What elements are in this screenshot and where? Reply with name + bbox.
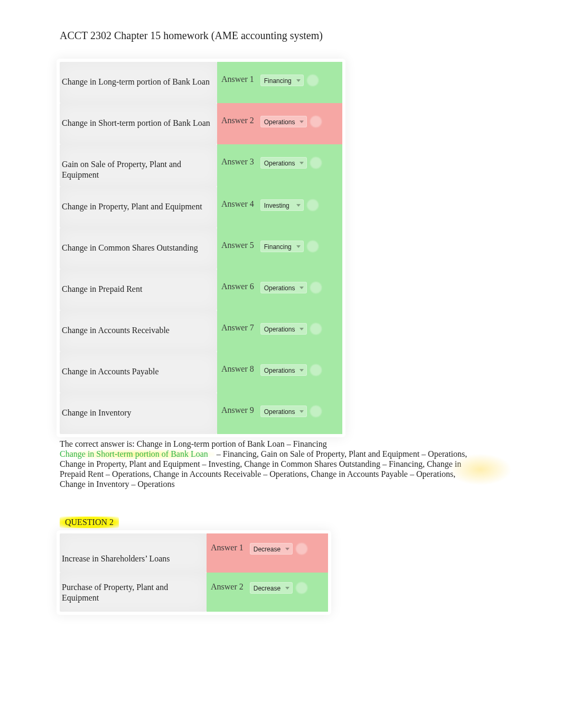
page-title: ACCT 2302 Chapter 15 homework (AME accou… — [60, 30, 501, 42]
question-2-table: Increase in Shareholders’ LoansAnswer 1D… — [60, 533, 328, 612]
answer-label: Answer 7 — [221, 323, 254, 333]
chevron-down-icon — [298, 284, 305, 291]
cross-icon — [296, 543, 307, 555]
answer-cell: Answer 2Decrease — [207, 573, 328, 612]
question-text: Change in Short-term portion of Bank Loa… — [60, 103, 217, 144]
answer-key-highlight: Change in Short-term portion of Bank Loa… — [60, 449, 214, 459]
chevron-down-icon — [298, 408, 305, 414]
answer-cell: Answer 9Operations — [217, 393, 342, 434]
answer-label: Answer 1 — [221, 75, 254, 84]
answer-key: The correct answer is: Change in Long-te… — [60, 439, 501, 489]
chevron-down-icon — [284, 585, 291, 591]
question-text: Change in Inventory — [60, 393, 217, 434]
table-row: Increase in Shareholders’ LoansAnswer 1D… — [60, 533, 328, 573]
check-icon — [310, 282, 322, 293]
table-row: Change in Accounts ReceivableAnswer 7Ope… — [60, 310, 342, 352]
answer-label: Answer 8 — [221, 364, 254, 374]
table-row: Change in Accounts PayableAnswer 8Operat… — [60, 352, 342, 393]
answer-label: Answer 6 — [221, 282, 254, 291]
answer-label: Answer 4 — [221, 199, 254, 209]
answer-select[interactable]: Financing — [260, 241, 304, 252]
question-text: Purchase of Property, Plant and Equipmen… — [60, 573, 207, 612]
question-text: Change in Long-term portion of Bank Loan — [60, 62, 217, 103]
question-text: Increase in Shareholders’ Loans — [60, 533, 207, 573]
answer-select[interactable]: Operations — [260, 157, 307, 169]
answer-cell: Answer 7Operations — [217, 310, 342, 352]
answer-select[interactable]: Operations — [260, 364, 307, 376]
table-row: Change in InventoryAnswer 9Operations — [60, 393, 342, 434]
chevron-down-icon — [298, 160, 305, 166]
answer-label: Answer 5 — [221, 241, 254, 250]
table-row: Gain on Sale of Property, Plant and Equi… — [60, 144, 342, 187]
chevron-down-icon — [295, 202, 302, 208]
chevron-down-icon — [284, 546, 291, 552]
answer-cell: Answer 1Decrease — [207, 533, 328, 573]
answer-select[interactable]: Decrease — [250, 582, 293, 594]
check-icon — [310, 406, 322, 417]
check-icon — [310, 323, 322, 335]
answer-label: Answer 2 — [211, 582, 244, 592]
answer-cell: Answer 5Financing — [217, 228, 342, 269]
chevron-down-icon — [295, 243, 302, 250]
answer-key-lead: The correct answer is: Change in Long-te… — [60, 439, 501, 449]
check-icon — [310, 157, 322, 169]
check-icon — [310, 364, 322, 376]
table-row: Change in Long-term portion of Bank Loan… — [60, 62, 342, 103]
question-text: Change in Accounts Payable — [60, 352, 217, 393]
question-text: Change in Accounts Receivable — [60, 310, 217, 352]
question-text: Change in Prepaid Rent — [60, 269, 217, 310]
table-row: Change in Property, Plant and EquipmentA… — [60, 187, 342, 228]
check-icon — [307, 241, 319, 252]
question-text: Gain on Sale of Property, Plant and Equi… — [60, 144, 217, 187]
answer-select[interactable]: Operations — [260, 282, 307, 293]
answer-cell: Answer 4Investing — [217, 187, 342, 228]
table-row: Change in Short-term portion of Bank Loa… — [60, 103, 342, 144]
answer-key-body: Change in Short-term portion of Bank Loa… — [60, 449, 501, 490]
answer-select[interactable]: Operations — [260, 323, 307, 335]
chevron-down-icon — [298, 118, 305, 125]
answer-cell: Answer 6Operations — [217, 269, 342, 310]
answer-select[interactable]: Financing — [260, 75, 304, 86]
answer-select[interactable]: Operations — [260, 116, 307, 127]
answer-label: Answer 3 — [221, 157, 254, 167]
answer-select[interactable]: Operations — [260, 406, 307, 417]
table-row: Purchase of Property, Plant and Equipmen… — [60, 573, 328, 612]
answer-cell: Answer 3Operations — [217, 144, 342, 187]
table-row: Change in Common Shares OutstandingAnswe… — [60, 228, 342, 269]
question-2-label: QUESTION 2 — [60, 517, 119, 528]
answer-select[interactable]: Decrease — [250, 543, 293, 555]
answer-cell: Answer 2Operations — [217, 103, 342, 144]
check-icon — [307, 199, 319, 211]
answer-label: Answer 2 — [221, 116, 254, 125]
answer-label: Answer 9 — [221, 406, 254, 415]
check-icon — [296, 582, 307, 594]
question-1-table: Change in Long-term portion of Bank Loan… — [60, 62, 342, 434]
answer-cell: Answer 1Financing — [217, 62, 342, 103]
answer-label: Answer 1 — [211, 543, 244, 552]
cross-icon — [310, 116, 322, 127]
answer-cell: Answer 8Operations — [217, 352, 342, 393]
chevron-down-icon — [295, 77, 302, 84]
check-icon — [307, 75, 319, 86]
table-row: Change in Prepaid RentAnswer 6Operations — [60, 269, 342, 310]
chevron-down-icon — [298, 326, 305, 332]
question-text: Change in Property, Plant and Equipment — [60, 187, 217, 228]
chevron-down-icon — [298, 367, 305, 373]
question-text: Change in Common Shares Outstanding — [60, 228, 217, 269]
answer-select[interactable]: Investing — [260, 199, 304, 211]
